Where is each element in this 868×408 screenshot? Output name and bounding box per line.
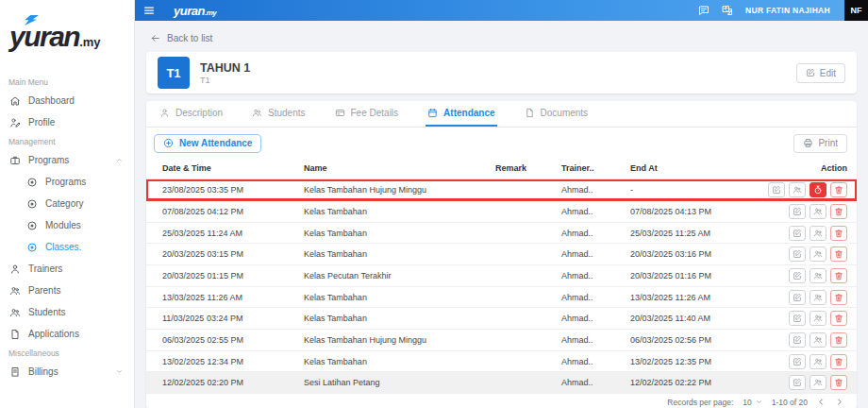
edit-attendance-button[interactable] — [789, 290, 806, 305]
cell-trainer: Ahmad.. — [561, 249, 630, 259]
edit-attendance-button[interactable] — [789, 246, 806, 262]
edit-attendance-button[interactable] — [768, 182, 785, 197]
sidebar-item-programs-sub[interactable]: Programs — [0, 171, 134, 193]
delete-attendance-button[interactable] — [830, 311, 847, 326]
stop-timer-button[interactable] — [810, 182, 826, 197]
edit-class-button[interactable]: Edit — [796, 63, 845, 83]
attendees-button[interactable] — [789, 182, 806, 197]
sidebar-item-trainers[interactable]: Trainers — [0, 258, 134, 280]
translate-icon[interactable] — [722, 5, 733, 16]
edit-attendance-button[interactable] — [789, 204, 806, 219]
tab-fee-details[interactable]: Fee Details — [333, 101, 401, 127]
print-button[interactable]: Print — [793, 134, 847, 153]
attendees-button[interactable] — [810, 226, 826, 241]
table-row[interactable]: 06/03/2025 02:55 PM Kelas Tambahan Hujun… — [146, 330, 857, 351]
avatar[interactable]: NF — [844, 0, 868, 21]
sidebar-item-applications[interactable]: Applications — [0, 323, 134, 345]
people-icon — [813, 207, 823, 216]
sidebar-item-classes[interactable]: Classes. — [0, 236, 134, 258]
delete-attendance-button[interactable] — [830, 375, 847, 390]
cell-end-at: 20/03/2025 11:40 AM — [630, 314, 762, 323]
delete-attendance-button[interactable] — [830, 290, 847, 305]
delete-attendance-button[interactable] — [830, 246, 847, 262]
table-row[interactable]: 20/03/2025 01:15 PM Kelas Pecutan Terakh… — [146, 265, 857, 287]
table-row[interactable]: 23/08/2025 03:35 PM Kelas Tambahan Hujun… — [146, 179, 857, 201]
sidebar-item-category[interactable]: Category — [0, 193, 134, 214]
edit-attendance-button[interactable] — [789, 268, 806, 283]
radio-icon — [26, 242, 38, 253]
tab-students[interactable]: Students — [250, 101, 307, 127]
tab-attendance[interactable]: Attendance — [426, 101, 496, 127]
table-row[interactable]: 13/02/2025 12:34 PM Kelas Tambahan Ahmad… — [146, 351, 857, 373]
delete-attendance-button[interactable] — [830, 204, 847, 219]
printer-icon — [803, 138, 813, 148]
hamburger-menu-button[interactable] — [143, 5, 155, 16]
sidebar-item-dashboard[interactable]: Dashboard — [0, 90, 134, 111]
tab-label: Description — [175, 108, 223, 118]
pencil-square-icon — [793, 293, 802, 302]
edit-attendance-button[interactable] — [789, 226, 806, 241]
people-icon — [9, 285, 21, 297]
col-header-end-at: End At — [630, 163, 762, 173]
chat-icon[interactable] — [698, 5, 709, 16]
delete-attendance-button[interactable] — [830, 182, 847, 197]
tab-documents[interactable]: Documents — [523, 101, 591, 127]
radio-icon — [26, 177, 38, 188]
delete-attendance-button[interactable] — [830, 268, 847, 283]
attendees-button[interactable] — [810, 204, 826, 219]
edit-attendance-button[interactable] — [789, 311, 806, 326]
tab-label: Students — [268, 108, 305, 118]
attendees-button[interactable] — [810, 268, 826, 283]
people-icon — [813, 378, 823, 387]
cell-date: 23/08/2025 03:35 PM — [162, 185, 304, 195]
delete-attendance-button[interactable] — [830, 226, 847, 241]
attendees-button[interactable] — [810, 354, 826, 369]
col-header-trainer: Trainer.. — [561, 163, 630, 173]
app-root: yuran.my Main Menu Dashboard Profile Man… — [0, 0, 868, 408]
cell-end-at: 06/03/2025 02:56 PM — [630, 335, 762, 345]
sidebar-item-programs[interactable]: Programs — [0, 149, 134, 171]
edit-attendance-button[interactable] — [789, 332, 806, 348]
sidebar-item-billings[interactable]: Billings — [0, 361, 134, 382]
class-avatar: T1 — [158, 57, 190, 89]
print-label: Print — [818, 138, 838, 148]
table-row[interactable]: 11/03/2025 03:24 PM Kelas Tambahan Ahmad… — [146, 308, 857, 330]
sidebar-item-students[interactable]: Students — [0, 301, 134, 323]
col-header-remark: Remark — [495, 163, 561, 173]
radio-icon — [26, 198, 38, 210]
table-row[interactable]: 07/08/2025 04:12 PM Kelas Tambahan Ahmad… — [146, 201, 857, 223]
pencil-square-icon — [793, 357, 802, 366]
delete-attendance-button[interactable] — [830, 332, 847, 348]
col-header-name: Name — [304, 163, 495, 173]
table-row[interactable]: 25/03/2025 11:24 AM Kelas Tambahan Ahmad… — [146, 223, 857, 245]
attendees-button[interactable] — [810, 311, 826, 326]
attendees-button[interactable] — [810, 290, 826, 305]
cell-date: 20/03/2025 03:15 PM — [162, 249, 304, 259]
attendees-button[interactable] — [810, 375, 826, 390]
class-header-card: T1 TAHUN 1 T1 Edit — [146, 52, 857, 94]
tab-description[interactable]: Description — [158, 101, 225, 127]
chevron-up-icon — [116, 157, 123, 163]
sidebar-item-modules[interactable]: Modules — [0, 214, 134, 236]
edit-attendance-button[interactable] — [789, 354, 806, 369]
next-page-button[interactable] — [835, 398, 843, 406]
brand-logo-text: yuran — [9, 21, 79, 52]
attendees-button[interactable] — [810, 246, 826, 262]
table-row[interactable]: 13/03/2025 11:26 AM Kelas Tambahan Ahmad… — [146, 287, 857, 309]
attendees-button[interactable] — [810, 332, 826, 348]
trash-icon — [834, 271, 843, 280]
page-size-select[interactable]: 10 — [743, 398, 761, 407]
edit-attendance-button[interactable] — [789, 375, 806, 390]
back-to-list-link[interactable]: Back to list — [150, 33, 235, 43]
table-row[interactable]: 20/03/2025 03:15 PM Kelas Tambahan Ahmad… — [146, 244, 857, 265]
sidebar-item-profile[interactable]: Profile — [0, 111, 134, 133]
table-row[interactable]: 12/02/2025 02:20 PM Sesi Latihan Petang … — [146, 372, 857, 394]
cell-actions — [762, 375, 847, 390]
sidebar-item-label: Programs — [28, 155, 69, 165]
people-icon — [252, 108, 262, 118]
prev-page-button[interactable] — [817, 398, 826, 406]
delete-attendance-button[interactable] — [830, 354, 847, 369]
chevron-down-icon — [756, 399, 762, 405]
sidebar-item-parents[interactable]: Parents — [0, 280, 134, 301]
new-attendance-button[interactable]: New Attendance — [154, 134, 261, 153]
